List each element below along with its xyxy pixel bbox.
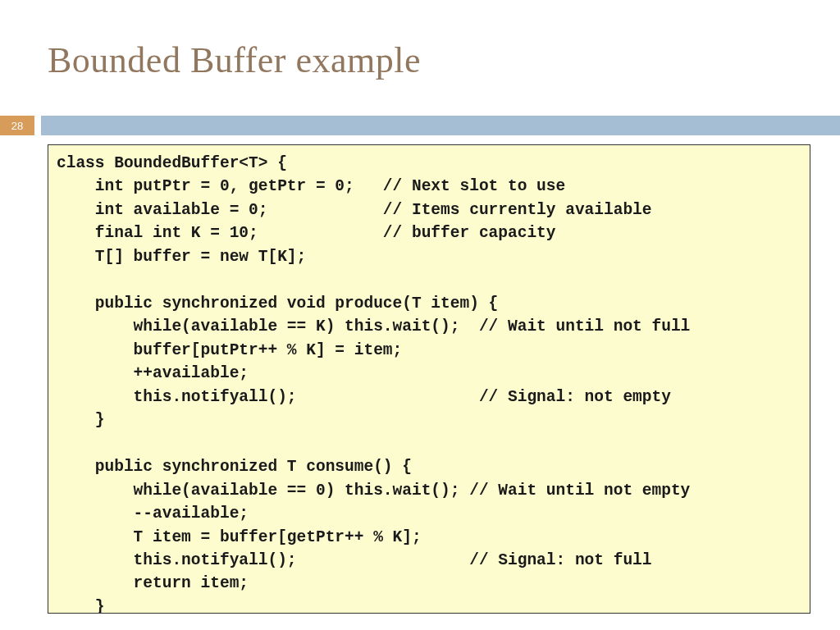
code-box: class BoundedBuffer<T> { int putPtr = 0,…	[48, 144, 810, 614]
divider-bar	[41, 116, 840, 135]
slide: Bounded Buffer example 28 class BoundedB…	[0, 0, 840, 630]
page-number-badge: 28	[0, 116, 34, 135]
code-listing: class BoundedBuffer<T> { int putPtr = 0,…	[57, 152, 801, 614]
slide-title: Bounded Buffer example	[48, 39, 421, 81]
